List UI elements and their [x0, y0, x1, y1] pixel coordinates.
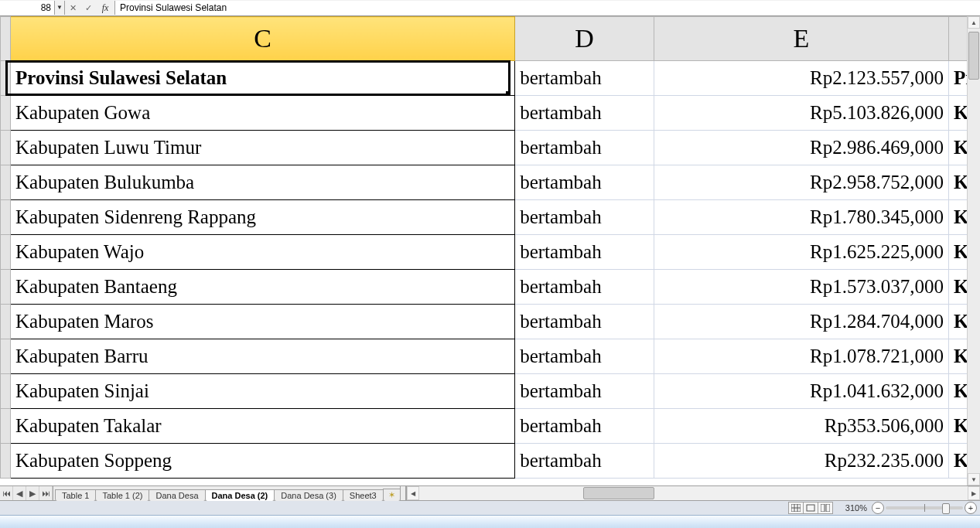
column-header-C[interactable]: C [11, 17, 515, 61]
tab-nav-prev[interactable]: ◀ [13, 486, 26, 500]
zoom-in-button[interactable]: + [965, 502, 977, 514]
cell-e[interactable]: Rp1.573.037,000 [654, 270, 948, 305]
sheet-tab[interactable]: Table 1 [55, 489, 96, 501]
row-gutter[interactable] [1, 339, 11, 374]
cell-e[interactable]: Rp2.123.557,000 [654, 61, 948, 96]
accept-formula-button[interactable]: ✓ [80, 3, 96, 13]
cell-c[interactable]: Kabupaten Luwu Timur [11, 131, 515, 165]
cell-d[interactable]: bertambah [515, 270, 654, 305]
cell-e[interactable]: Rp353.506,000 [654, 409, 948, 444]
table-row: Kabupaten Sidenreng RappangbertambahRp1.… [1, 200, 980, 235]
tab-nav-first[interactable]: ⏮ [0, 486, 13, 500]
cell-d[interactable]: bertambah [515, 305, 654, 339]
cell-d[interactable]: bertambah [515, 409, 654, 444]
cell-e[interactable]: Rp1.041.632,000 [654, 374, 948, 409]
sheet-tab[interactable]: Dana Desa (3) [274, 489, 343, 501]
scroll-down-button[interactable]: ▼ [968, 473, 980, 485]
scroll-left-button[interactable]: ◀ [407, 486, 419, 500]
tab-split-handle[interactable] [400, 486, 406, 500]
column-header-E[interactable]: E [654, 17, 948, 61]
row-gutter[interactable] [1, 374, 11, 409]
row-gutter[interactable] [1, 235, 11, 270]
zoom-track[interactable] [886, 506, 963, 509]
view-normal-button[interactable] [789, 502, 804, 513]
cell-d[interactable]: bertambah [515, 61, 654, 96]
chevron-down-icon: ▼ [56, 5, 63, 11]
zoom-level-label[interactable]: 310% [838, 503, 867, 513]
horizontal-scroll-thumb[interactable] [583, 487, 654, 499]
scroll-right-button[interactable]: ▶ [968, 486, 980, 500]
horizontal-scroll-track[interactable] [419, 486, 968, 500]
horizontal-scrollbar[interactable]: ◀ ▶ [406, 486, 980, 500]
spreadsheet-grid[interactable]: C D E Provinsi Sulawesi Selatanbertambah… [0, 16, 980, 485]
cell-c[interactable]: Kabupaten Soppeng [11, 444, 515, 479]
fx-icon[interactable]: fx [96, 2, 114, 14]
tab-nav-last[interactable]: ⏭ [39, 486, 53, 500]
cell-e[interactable]: Rp1.625.225,000 [654, 235, 948, 270]
table-row: Kabupaten TakalarbertambahRp353.506,000K [1, 409, 980, 444]
row-gutter[interactable] [1, 200, 11, 235]
cell-d[interactable]: bertambah [515, 374, 654, 409]
tab-nav-buttons: ⏮ ◀ ▶ ⏭ [0, 486, 53, 500]
sheet-tab[interactable]: Sheet3 [343, 489, 384, 501]
cell-c[interactable]: Kabupaten Sidenreng Rappang [11, 200, 515, 235]
svg-rect-4 [807, 505, 814, 511]
cell-e[interactable]: Rp232.235.000 [654, 444, 948, 479]
sheet-tab[interactable]: Table 1 (2) [95, 489, 149, 501]
sheet-tabs: Table 1Table 1 (2)Dana DesaDana Desa (2)… [53, 486, 400, 500]
row-gutter[interactable] [1, 270, 11, 305]
cell-e[interactable]: Rp1.284.704,000 [654, 305, 948, 339]
cell-c[interactable]: Kabupaten Bantaeng [11, 270, 515, 305]
cell-d[interactable]: bertambah [515, 444, 654, 479]
cell-e[interactable]: Rp2.958.752,000 [654, 165, 948, 200]
cancel-formula-button[interactable]: ✕ [65, 3, 80, 13]
cell-c[interactable]: Kabupaten Maros [11, 305, 515, 339]
new-sheet-button[interactable]: ✶ [383, 489, 401, 501]
svg-rect-5 [821, 504, 825, 512]
cell-c[interactable]: Kabupaten Sinjai [11, 374, 515, 409]
row-gutter[interactable] [1, 444, 11, 479]
table-row: Kabupaten BantaengbertambahRp1.573.037,0… [1, 270, 980, 305]
view-page-break-button[interactable] [818, 502, 832, 513]
row-gutter[interactable] [1, 165, 11, 200]
cell-c[interactable]: Provinsi Sulawesi Selatan [11, 61, 515, 96]
tab-nav-next[interactable]: ▶ [26, 486, 39, 500]
cell-c[interactable]: Kabupaten Takalar [11, 409, 515, 444]
cell-d[interactable]: bertambah [515, 200, 654, 235]
name-box-dropdown[interactable]: ▼ [55, 1, 65, 15]
zoom-thumb[interactable] [942, 503, 950, 514]
row-gutter[interactable] [1, 131, 11, 165]
row-gutter[interactable] [1, 305, 11, 339]
cell-d[interactable]: bertambah [515, 235, 654, 270]
cell-e[interactable]: Rp1.780.345,000 [654, 200, 948, 235]
cell-e[interactable]: Rp2.986.469,000 [654, 131, 948, 165]
cell-e[interactable]: Rp5.103.826,000 [654, 96, 948, 131]
table-row: Kabupaten BarrubertambahRp1.078.721,000K [1, 339, 980, 374]
cell-d[interactable]: bertambah [515, 165, 654, 200]
row-gutter[interactable] [1, 409, 11, 444]
vertical-scrollbar[interactable]: ▲ ▼ [967, 16, 980, 485]
row-gutter[interactable] [1, 61, 11, 96]
table-row: Kabupaten GowabertambahRp5.103.826,000K [1, 96, 980, 131]
cell-e[interactable]: Rp1.078.721,000 [654, 339, 948, 374]
column-header-D[interactable]: D [515, 17, 654, 61]
sheet-tab[interactable]: Dana Desa (2) [205, 489, 275, 501]
cell-d[interactable]: bertambah [515, 96, 654, 131]
cell-c[interactable]: Kabupaten Gowa [11, 96, 515, 131]
row-gutter[interactable] [1, 96, 11, 131]
name-box[interactable]: 88 [0, 1, 55, 15]
vertical-scroll-thumb[interactable] [968, 32, 979, 80]
sheet-tab[interactable]: Dana Desa [149, 489, 205, 501]
scroll-up-button[interactable]: ▲ [968, 16, 980, 29]
cell-d[interactable]: bertambah [515, 339, 654, 374]
cell-c[interactable]: Kabupaten Barru [11, 339, 515, 374]
cell-c[interactable]: Kabupaten Wajo [11, 235, 515, 270]
cell-c[interactable]: Kabupaten Bulukumba [11, 165, 515, 200]
status-bar: 310% − + [0, 500, 980, 515]
cell-d[interactable]: bertambah [515, 131, 654, 165]
page-break-icon [821, 504, 830, 512]
formula-input[interactable]: Provinsi Sulawesi Selatan [115, 1, 980, 15]
zoom-out-button[interactable]: − [872, 502, 884, 514]
zoom-slider: − + [872, 502, 977, 514]
view-page-layout-button[interactable] [804, 502, 818, 513]
